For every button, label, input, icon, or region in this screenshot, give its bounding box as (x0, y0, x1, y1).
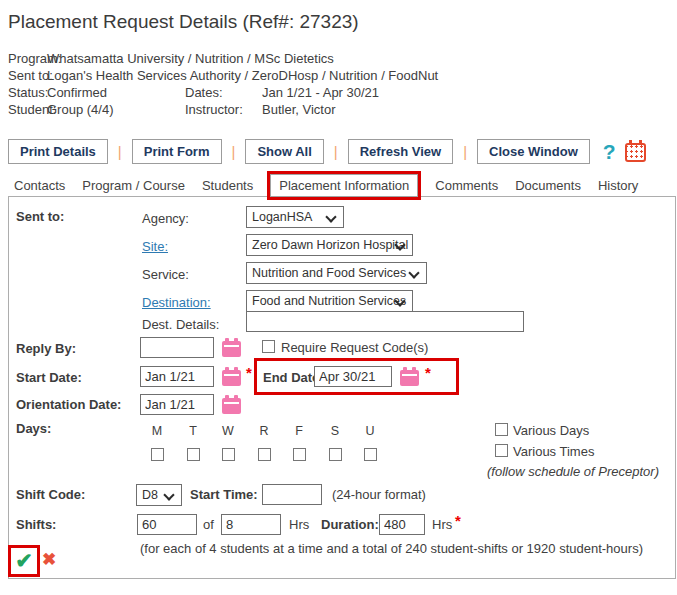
day-checkbox-thursday[interactable] (258, 448, 271, 461)
shift-code-label: Shift Code: (16, 487, 85, 502)
print-details-button[interactable]: Print Details (8, 139, 108, 164)
day-letter-saturday: S (328, 424, 342, 438)
days-label: Days: (16, 421, 51, 436)
show-all-button[interactable]: Show All (245, 139, 323, 164)
orientation-date-input[interactable] (140, 394, 214, 415)
day-letter-thursday: R (257, 424, 271, 438)
refresh-view-button[interactable]: Refresh View (348, 139, 453, 164)
dest-details-input[interactable] (246, 311, 524, 332)
agency-select[interactable]: LoganHSA (246, 206, 344, 228)
instructor-label: Instructor: (185, 102, 243, 117)
day-letter-wednesday: W (221, 424, 235, 438)
start-date-label: Start Date: (16, 370, 82, 385)
require-request-codes-checkbox[interactable] (262, 340, 275, 353)
various-days-label: Various Days (513, 423, 589, 438)
toolbar-separator: | (118, 143, 122, 160)
shifts-of-label: of (203, 517, 214, 532)
start-date-required-asterisk: * (246, 364, 252, 381)
program-value: Whatsamatta University / Nutrition / MSc… (47, 51, 334, 66)
end-date-input[interactable] (314, 366, 392, 387)
tab-bar: Contacts Program / Course Students Place… (14, 174, 638, 197)
dates-label: Dates: (185, 85, 223, 100)
day-checkbox-friday[interactable] (293, 448, 306, 461)
toolbar-separator: | (463, 143, 467, 160)
day-checkbox-tuesday[interactable] (187, 448, 200, 461)
dates-value: Jan 1/21 - Apr 30/21 (262, 85, 379, 100)
shift-code-select[interactable]: D8 (136, 484, 182, 506)
service-label: Service: (142, 267, 189, 282)
destination-select-value: Food and Nutrition Services (247, 291, 412, 311)
student-value: Group (4/4) (47, 102, 113, 117)
duration-input[interactable] (379, 514, 425, 535)
day-checkbox-monday[interactable] (151, 448, 164, 461)
tab-contacts[interactable]: Contacts (14, 178, 65, 193)
toolbar-separator: | (334, 143, 338, 160)
form-sent-to-label: Sent to: (16, 209, 64, 224)
reply-by-calendar-icon[interactable] (222, 338, 241, 357)
sent-to-value: Logan's Health Services Authority / Zero… (47, 68, 438, 83)
orientation-date-calendar-icon[interactable] (222, 395, 241, 414)
reply-by-input[interactable] (140, 337, 214, 358)
reply-by-label: Reply By: (16, 341, 76, 356)
site-select[interactable]: Zero Dawn Horizon Hospital (246, 234, 413, 256)
help-icon[interactable]: ? (603, 140, 616, 164)
page-title: Placement Request Details (Ref#: 27323) (8, 11, 359, 33)
day-letter-monday: M (150, 424, 164, 438)
preceptor-schedule-note: (follow schedule of Preceptor) (487, 464, 659, 479)
various-days-checkbox[interactable] (495, 423, 508, 436)
site-link[interactable]: Site: (142, 239, 168, 254)
tab-comments[interactable]: Comments (435, 178, 498, 193)
tab-program-course[interactable]: Program / Course (82, 178, 185, 193)
shifts-hours-input[interactable] (221, 514, 281, 535)
placement-request-details-window: Placement Request Details (Ref#: 27323) … (0, 0, 677, 595)
toolbar: Print Details | Print Form | Show All | … (8, 139, 646, 164)
day-checkbox-sunday[interactable] (364, 448, 377, 461)
day-letter-friday: F (292, 424, 306, 438)
shifts-hrs-label: Hrs (289, 517, 309, 532)
day-checkbox-wednesday[interactable] (222, 448, 235, 461)
various-times-checkbox[interactable] (495, 444, 508, 457)
destination-select[interactable]: Food and Nutrition Services (246, 290, 413, 312)
end-date-required-asterisk: * (425, 364, 431, 381)
duration-label: Duration: (321, 517, 379, 532)
tab-students[interactable]: Students (202, 178, 253, 193)
orientation-date-label: Orientation Date: (16, 397, 121, 412)
service-select-value: Nutrition and Food Services (247, 263, 426, 283)
toolbar-separator: | (232, 143, 236, 160)
tab-placement-information[interactable]: Placement Information (270, 174, 418, 197)
cancel-x-icon[interactable]: ✖ (42, 549, 56, 570)
destination-link[interactable]: Destination: (142, 295, 211, 310)
calendar-icon[interactable] (625, 143, 646, 162)
duration-required-asterisk: * (455, 512, 461, 529)
start-time-label: Start Time: (190, 487, 258, 502)
shifts-count-input[interactable] (137, 514, 197, 535)
various-times-label: Various Times (513, 444, 594, 459)
agency-label: Agency: (142, 211, 189, 226)
shifts-label: Shifts: (16, 517, 56, 532)
start-time-input[interactable] (262, 484, 322, 505)
24-hour-format-note: (24-hour format) (332, 487, 426, 502)
close-window-button[interactable]: Close Window (477, 139, 590, 164)
print-form-button[interactable]: Print Form (132, 139, 222, 164)
require-request-codes-label: Require Request Code(s) (281, 340, 428, 355)
day-letter-sunday: U (363, 424, 377, 438)
tab-documents[interactable]: Documents (515, 178, 581, 193)
status-label: Status: (8, 85, 48, 100)
duration-hrs-label: Hrs (432, 517, 452, 532)
service-select[interactable]: Nutrition and Food Services (246, 262, 427, 284)
day-letter-tuesday: T (186, 424, 200, 438)
confirm-highlight-box: ✔ (8, 545, 40, 577)
dest-details-label: Dest. Details: (142, 317, 219, 332)
site-select-value: Zero Dawn Horizon Hospital (247, 235, 412, 255)
tab-history[interactable]: History (598, 178, 638, 193)
day-checkbox-saturday[interactable] (329, 448, 342, 461)
start-date-calendar-icon[interactable] (222, 367, 241, 386)
status-value: Confirmed (47, 85, 107, 100)
instructor-value: Butler, Victor (262, 102, 335, 117)
shifts-totals-note: (for each of 4 students at a time and a … (140, 541, 643, 556)
start-date-input[interactable] (140, 366, 214, 387)
end-date-calendar-icon[interactable] (400, 367, 419, 386)
confirm-check-icon[interactable]: ✔ (11, 548, 37, 574)
